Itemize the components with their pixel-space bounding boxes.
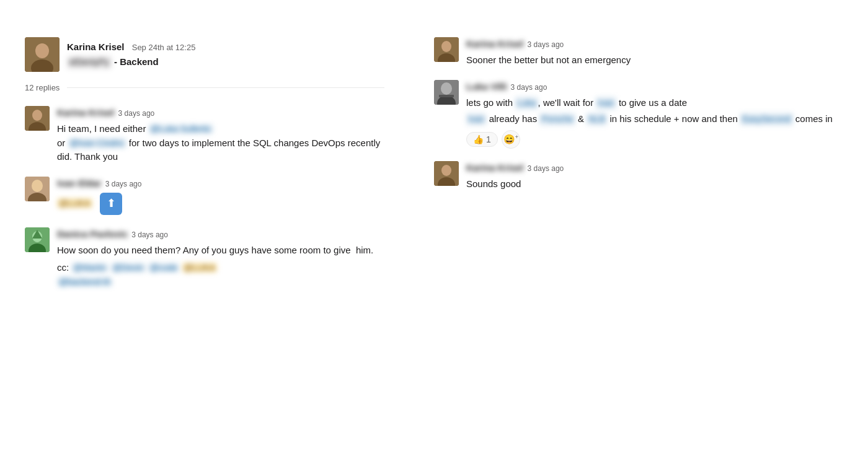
message-content: Karina Krisel 3 days ago Sooner the bett… [466,37,843,68]
avatar [25,227,50,252]
header-avatar [25,37,60,72]
svg-point-1 [35,43,49,58]
reactions-row: 👍 1 😄+ [466,130,843,149]
mention-luka-2: @LUKA [182,263,218,273]
message-content: Karina Krisel 3 days ago Sounds good [466,161,843,191]
sender-name: Karina Krisel [466,37,524,51]
replies-divider [67,87,384,88]
right-panel: Karina Krisel 3 days ago Sooner the bett… [409,25,868,444]
mention-ivan: @Ivan Cindric [68,138,126,148]
mention-devin: @Devin [111,263,146,273]
replies-section: 12 replies [25,82,384,94]
svg-point-18 [441,82,452,95]
message-header: Karina Krisel 3 days ago [466,161,843,175]
sender-name: Danica Pavlovic [57,227,128,241]
svg-point-5 [32,110,42,121]
mention-luka-yellow: @LUKA [57,198,92,208]
header-timestamp: Sep 24th at 12:25 [132,43,196,52]
sender-name: Luka Villi [466,80,507,94]
header-channel: elDentyPy - Backend [67,55,195,69]
emoji-plus-icon: 😄+ [503,134,518,145]
avatar [434,80,459,105]
message-time: 3 days ago [528,40,564,51]
message-time: 3 days ago [105,179,142,190]
message-time: 3 days ago [511,82,547,94]
message-row: Karina Krisel 3 days ago Hi team, I need… [25,106,384,164]
sender-name: Ivan Eldar [57,177,102,190]
channel-prefix-blurred: elDentyPy [67,56,112,69]
sender-name: Karina Krisel [466,161,524,175]
message-row: Karina Krisel 3 days ago Sooner the bett… [434,37,843,68]
mention-luka: @Luka Sullertic [149,124,213,134]
message-text: @LUKA ⬆ [57,193,384,215]
message-content: Ivan Eldar 3 days ago @LUKA ⬆ [57,177,384,215]
mention-porsche: Porsche [539,113,575,126]
message-text: Sooner the better but not an emergency [466,53,843,68]
mention-martin: @Martin [71,263,108,273]
channel-suffix: - Backend [114,56,159,67]
svg-point-22 [441,165,451,176]
message-content: Danica Pavlovic 3 days ago How soon do y… [57,227,384,289]
upload-emoji: ⬆ [100,193,122,215]
message-header: Ivan Eldar 3 days ago [57,177,384,190]
message-header: Danica Pavlovic 3 days ago [57,227,384,241]
add-reaction-button[interactable]: 😄+ [502,130,520,149]
header-sender-name: Karina Krisel [67,42,125,52]
avatar [25,177,50,201]
thumbsup-count: 1 [486,134,491,144]
mention-nlb: NLB [587,113,607,126]
message-time: 3 days ago [528,164,564,175]
message-row: Ivan Eldar 3 days ago @LUKA ⬆ [25,177,384,215]
mention-code: @code [148,263,180,273]
message-header: Karina Krisel 3 days ago [466,37,843,51]
replies-label: 12 replies [25,82,60,94]
mention-ivan-r2: Ivan [466,113,486,126]
message-content: Karina Krisel 3 days ago Hi team, I need… [57,106,384,164]
message-text: How soon do you need them? Any of you gu… [57,243,384,258]
left-panel: Karina Krisel Sep 24th at 12:25 elDentyP… [0,25,409,444]
message-row: Luka Villi 3 days ago lets go with Luka,… [434,80,843,149]
message-text: Sounds good [466,177,843,191]
message-time: 3 days ago [131,230,168,241]
sender-name: Karina Krisel [57,106,115,120]
mention-ivan-r: Ivan [596,97,616,110]
message-header: Karina Krisel 3 days ago [57,106,384,120]
mention-easysecond: EasySecond [740,113,793,126]
message-row: Danica Pavlovic 3 days ago How soon do y… [25,227,384,289]
avatar [434,161,459,186]
thumbsup-emoji: 👍 [473,134,484,144]
svg-point-8 [32,180,43,192]
message-text-line1: lets go with Luka, we'll wait for Ivan t… [466,96,843,110]
avatar [25,106,50,131]
mention-backend: @backend-th [57,277,112,287]
message-text-line2: Ivan already has Porsche & NLB in his sc… [466,112,843,126]
message-content: Luka Villi 3 days ago lets go with Luka,… [466,80,843,149]
header-meta: Karina Krisel Sep 24th at 12:25 elDentyP… [67,40,195,69]
message-time: 3 days ago [118,108,155,120]
thumbsup-reaction-button[interactable]: 👍 1 [466,132,498,147]
avatar [434,37,459,62]
cc-text: cc: @Martin @Devin @code @LUKA @backend-… [57,261,384,289]
channel-header: Karina Krisel Sep 24th at 12:25 elDentyP… [25,37,384,72]
mention-luka-r: Luka [515,97,538,110]
message-text: Hi team, I need either @Luka Sullertic o… [57,122,384,164]
message-row: Karina Krisel 3 days ago Sounds good [434,161,843,191]
message-header: Luka Villi 3 days ago [466,80,843,94]
svg-point-15 [441,41,451,52]
